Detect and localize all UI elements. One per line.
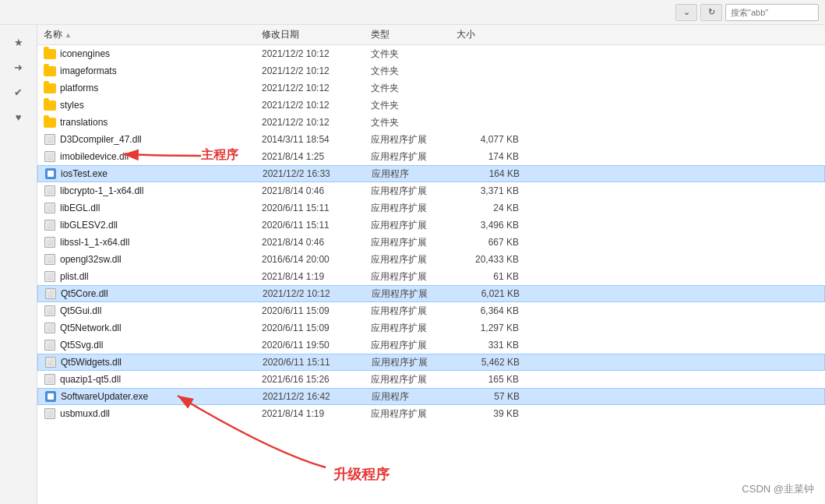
file-type-cell: 应用程序扩展 [371, 253, 457, 266]
main-container: ★ ➜ ✔ ♥ 名称 ▲ 修改日期 类型 大小 iconengines [0, 25, 825, 504]
file-date-cell: 2014/3/11 18:54 [262, 134, 371, 145]
table-row[interactable]: iconengines 2021/12/2 10:12 文件夹 [37, 45, 825, 62]
table-row[interactable]: styles 2021/12/2 10:12 文件夹 [37, 97, 825, 114]
file-name-text: libcrypto-1_1-x64.dll [60, 185, 143, 196]
table-row[interactable]: ⬜ libssl-1_1-x64.dll 2021/8/14 0:46 应用程序… [37, 234, 825, 251]
file-list: iconengines 2021/12/2 10:12 文件夹 imagefor… [37, 45, 825, 422]
search-input[interactable] [725, 4, 819, 21]
folder-icon [44, 100, 56, 111]
file-name-cell: platforms [44, 82, 262, 94]
table-row[interactable]: platforms 2021/12/2 10:12 文件夹 [37, 79, 825, 97]
file-name-cell: ⬜ libGLESV2.dll [44, 219, 262, 231]
file-size-cell: 174 KB [457, 151, 527, 162]
file-type-cell: 应用程序扩展 [372, 356, 457, 369]
file-type-cell: 应用程序扩展 [371, 407, 457, 421]
file-date-cell: 2021/8/14 0:46 [262, 185, 371, 196]
dll-icon: ⬜ [44, 305, 55, 316]
file-name-cell: iconengines [44, 48, 262, 60]
dll-icon: ⬜ [44, 220, 55, 231]
exe-icon [45, 168, 56, 179]
file-size-cell: 57 KB [457, 391, 527, 402]
file-name-text: iosTest.exe [61, 168, 108, 179]
table-row[interactable]: ⬜ Qt5Core.dll 2021/12/2 10:12 应用程序扩展 6,0… [37, 285, 825, 302]
file-name-text: usbmuxd.dll [60, 408, 110, 419]
col-name: 名称 ▲ [44, 28, 262, 41]
left-panel: ★ ➜ ✔ ♥ [0, 25, 37, 504]
refresh-button[interactable]: ↻ [700, 4, 722, 21]
file-size-cell: 3,496 KB [457, 220, 527, 231]
table-row[interactable]: ⬜ Qt5Svg.dll 2020/6/11 19:50 应用程序扩展 331 … [37, 337, 825, 354]
file-name-text: D3Dcompiler_47.dll [60, 134, 142, 145]
table-row[interactable]: ⬜ libcrypto-1_1-x64.dll 2021/8/14 0:46 应… [37, 182, 825, 199]
file-date-cell: 2020/6/11 19:50 [262, 340, 371, 351]
file-area: 名称 ▲ 修改日期 类型 大小 iconengines 2021/12/2 10… [37, 25, 825, 504]
file-type-cell: 应用程序扩展 [371, 202, 457, 215]
file-name-text: imageformats [60, 65, 117, 76]
file-date-cell: 2020/6/11 15:09 [262, 305, 371, 316]
dll-icon: ⬜ [45, 357, 56, 368]
table-row[interactable]: ⬜ plist.dll 2021/8/14 1:19 应用程序扩展 61 KB [37, 268, 825, 285]
table-row[interactable]: imageformats 2021/12/2 10:12 文件夹 [37, 62, 825, 79]
file-date-cell: 2021/12/2 10:12 [262, 65, 371, 76]
file-size-cell: 667 KB [457, 237, 527, 248]
file-name-cell: ⬜ Qt5Gui.dll [44, 305, 262, 317]
table-row[interactable]: ⬜ usbmuxd.dll 2021/8/14 1:19 应用程序扩展 39 K… [37, 405, 825, 422]
file-type-cell: 应用程序扩展 [371, 270, 457, 284]
file-name-text: opengl32sw.dll [60, 254, 122, 265]
dll-icon: ⬜ [44, 254, 55, 265]
table-row[interactable]: ⬜ Qt5Network.dll 2020/6/11 15:09 应用程序扩展 … [37, 319, 825, 337]
file-name-cell: ⬜ Qt5Svg.dll [44, 339, 262, 351]
table-row[interactable]: ⬜ Qt5Gui.dll 2020/6/11 15:09 应用程序扩展 6,36… [37, 302, 825, 319]
nav-pin-icon[interactable]: ★ [8, 31, 30, 53]
table-row[interactable]: translations 2021/12/2 10:12 文件夹 [37, 114, 825, 131]
file-size-cell: 4,077 KB [457, 134, 527, 145]
table-row[interactable]: ⬜ quazip1-qt5.dll 2021/6/16 15:26 应用程序扩展… [37, 371, 825, 388]
dll-icon: ⬜ [45, 288, 56, 299]
file-size-cell: 39 KB [457, 408, 527, 419]
column-header: 名称 ▲ 修改日期 类型 大小 [37, 25, 825, 45]
file-type-cell: 应用程序扩展 [371, 305, 457, 318]
file-name-cell: SoftwareUpdater.exe [44, 390, 263, 403]
nav-pin2-icon[interactable]: ✔ [8, 81, 30, 103]
file-date-cell: 2021/12/2 10:12 [263, 288, 372, 299]
file-name-cell: ⬜ quazip1-qt5.dll [44, 373, 262, 386]
file-name-cell: ⬜ opengl32sw.dll [44, 253, 262, 266]
file-type-cell: 应用程序 [372, 167, 457, 181]
file-name-text: libGLESV2.dll [60, 220, 118, 231]
file-type-cell: 文件夹 [371, 116, 457, 129]
nav-arrow-icon[interactable]: ➜ [8, 56, 30, 78]
table-row[interactable]: ⬜ imobiledevice.dll 2021/8/14 1:25 应用程序扩… [37, 148, 825, 165]
file-name-cell: ⬜ libssl-1_1-x64.dll [44, 236, 262, 248]
watermark: CSDN @韭菜钟 [742, 482, 814, 496]
col-size: 大小 [457, 28, 527, 41]
nav-down-button[interactable]: ⌄ [675, 4, 697, 21]
top-bar: ⌄ ↻ [0, 0, 825, 25]
file-date-cell: 2021/8/14 0:46 [262, 237, 371, 248]
file-name-cell: ⬜ Qt5Core.dll [44, 287, 263, 300]
dll-icon: ⬜ [44, 271, 55, 282]
file-name-cell: translations [44, 116, 262, 129]
file-date-cell: 2020/6/11 15:11 [263, 357, 372, 368]
table-row[interactable]: ⬜ opengl32sw.dll 2016/6/14 20:00 应用程序扩展 … [37, 251, 825, 268]
file-size-cell: 5,462 KB [457, 357, 527, 368]
file-name-text: iconengines [60, 48, 110, 59]
table-row[interactable]: SoftwareUpdater.exe 2021/12/2 16:42 应用程序… [37, 388, 825, 405]
table-row[interactable]: ⬜ D3Dcompiler_47.dll 2014/3/11 18:54 应用程… [37, 131, 825, 148]
table-row[interactable]: iosTest.exe 2021/12/2 16:33 应用程序 164 KB [37, 165, 825, 182]
file-size-cell: 165 KB [457, 374, 527, 385]
file-size-cell: 6,021 KB [457, 288, 527, 299]
file-name-cell: ⬜ libcrypto-1_1-x64.dll [44, 185, 262, 197]
file-name-text: Qt5Core.dll [61, 288, 108, 299]
table-row[interactable]: ⬜ libGLESV2.dll 2020/6/11 15:11 应用程序扩展 3… [37, 217, 825, 234]
file-name-text: Qt5Svg.dll [60, 340, 103, 351]
nav-pin3-icon[interactable]: ♥ [8, 106, 30, 128]
col-type: 类型 [371, 28, 457, 41]
file-date-cell: 2021/8/14 1:19 [262, 271, 371, 282]
folder-icon [44, 83, 56, 93]
file-size-cell: 20,433 KB [457, 254, 527, 265]
table-row[interactable]: ⬜ Qt5Widgets.dll 2020/6/11 15:11 应用程序扩展 … [37, 354, 825, 371]
file-name-text: styles [60, 100, 84, 111]
file-name-cell: ⬜ D3Dcompiler_47.dll [44, 133, 262, 146]
table-row[interactable]: ⬜ libEGL.dll 2020/6/11 15:11 应用程序扩展 24 K… [37, 199, 825, 217]
col-date: 修改日期 [262, 28, 371, 41]
